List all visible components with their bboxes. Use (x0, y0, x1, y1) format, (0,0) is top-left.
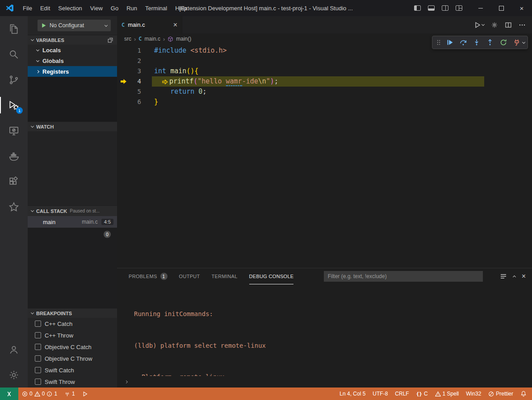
code-line-5: 5 return 0; (117, 87, 532, 97)
launch-configuration-dropdown[interactable]: No Configurat (38, 20, 111, 31)
activity-accounts[interactable] (0, 337, 28, 362)
menu-selection[interactable]: Selection (54, 0, 86, 16)
step-out-button[interactable] (484, 37, 496, 48)
step-over-button[interactable] (457, 37, 469, 48)
collapse-all-icon[interactable] (107, 37, 113, 43)
window-maximize-button[interactable] (491, 0, 511, 16)
continue-button[interactable] (444, 37, 456, 48)
window-close-button[interactable]: × (511, 0, 532, 16)
close-panel-icon[interactable]: × (522, 273, 526, 280)
activity-source-control[interactable] (0, 67, 28, 92)
notifications-status[interactable] (517, 388, 532, 400)
menu-view[interactable]: View (86, 0, 107, 16)
platform-status[interactable]: Win32 (462, 388, 485, 400)
activity-docker[interactable] (0, 143, 28, 169)
watch-section-header[interactable]: WATCH (28, 121, 117, 131)
activity-test-explorer[interactable] (0, 194, 28, 220)
line-number[interactable]: 6 (117, 97, 141, 107)
eol-status[interactable]: CRLF (391, 388, 412, 400)
remote-indicator[interactable] (0, 388, 18, 400)
line-number[interactable]: 2 (117, 56, 141, 66)
formatter-status[interactable]: Prettier (485, 388, 517, 400)
line-number[interactable]: 3 (117, 66, 141, 76)
breadcrumb-symbol[interactable]: main() (176, 36, 191, 42)
spell-checker-status[interactable]: 1 Spell (431, 388, 463, 400)
menu-edit[interactable]: Edit (36, 0, 54, 16)
toggle-sidebar-icon[interactable] (414, 5, 421, 11)
menu-terminal[interactable]: Terminal (141, 0, 171, 16)
activity-run-and-debug[interactable]: 1 (0, 92, 28, 118)
tab-main-c[interactable]: C main.c × (117, 16, 182, 33)
breakpoint-row[interactable]: Objective C Throw (28, 353, 117, 364)
breakpoint-checkbox[interactable] (35, 379, 41, 385)
tab-terminal[interactable]: TERMINAL (212, 268, 238, 284)
breakpoint-checkbox[interactable] (35, 332, 41, 338)
breakpoint-checkbox[interactable] (35, 321, 41, 327)
breadcrumb-folder[interactable]: src (124, 36, 131, 42)
activity-explorer[interactable] (0, 16, 28, 42)
breakpoint-row[interactable]: Objective C Catch (28, 341, 117, 353)
encoding-status[interactable]: UTF-8 (369, 388, 391, 400)
remote-icon (6, 391, 13, 397)
toggle-secondary-sidebar-icon[interactable] (442, 5, 448, 11)
settings-gear-icon[interactable] (491, 21, 498, 29)
activity-remote-explorer[interactable] (0, 118, 28, 143)
customize-layout-icon[interactable] (456, 5, 462, 11)
scope-globals[interactable]: Globals (28, 55, 117, 66)
line-number[interactable]: 5 (117, 87, 141, 97)
chevron-down-icon[interactable] (522, 40, 525, 43)
code-editor[interactable]: 1 #include <stdio.h> 2 3 int main(){ 4 p… (117, 44, 532, 268)
language-mode[interactable]: {} C (413, 388, 431, 400)
maximize-panel-icon[interactable] (513, 275, 516, 279)
debug-status[interactable] (79, 388, 92, 400)
breadcrumb-file[interactable]: main.c (145, 36, 160, 42)
restart-button[interactable] (498, 37, 509, 48)
toolbar-drag-handle[interactable] (435, 39, 442, 46)
debug-console-input[interactable] (117, 376, 532, 388)
debug-start-icon[interactable] (41, 23, 46, 28)
activity-search[interactable] (0, 42, 28, 67)
toggle-panel-icon[interactable] (428, 5, 435, 11)
console-filter-input[interactable] (324, 271, 483, 282)
stack-frame-row[interactable]: main main.c 4:5 (28, 216, 117, 228)
ports-status[interactable]: 1 (61, 388, 79, 400)
activity-settings[interactable] (0, 362, 28, 388)
breakpoint-row[interactable]: Swift Throw (28, 376, 117, 388)
filter-lines-icon[interactable] (500, 273, 507, 280)
call-stack-section-header[interactable]: CALL STACK Paused on st... (28, 205, 117, 216)
breakpoint-row[interactable]: C++ Throw (28, 329, 117, 341)
breakpoint-checkbox[interactable] (35, 344, 41, 350)
docker-icon (8, 150, 20, 162)
tab-problems[interactable]: PROBLEMS 1 (129, 268, 168, 284)
scope-locals[interactable]: Locals (28, 45, 117, 55)
window-minimize-button[interactable] (470, 0, 491, 16)
menu-run[interactable]: Run (122, 0, 141, 16)
braces-icon: {} (416, 391, 422, 397)
breakpoint-label: C++ Throw (45, 332, 73, 339)
breakpoint-row[interactable]: C++ Catch (28, 318, 117, 329)
line-number[interactable]: 1 (117, 46, 141, 56)
run-file-button[interactable] (474, 21, 484, 29)
cursor-position[interactable]: Ln 4, Col 5 (336, 388, 369, 400)
chevron-down-icon (105, 23, 108, 26)
breakpoint-row[interactable]: Swift Catch (28, 364, 117, 376)
variables-section-header[interactable]: VARIABLES (28, 35, 117, 45)
bottom-panel: PROBLEMS 1 OUTPUT TERMINAL DEBUG CONSOLE… (117, 268, 532, 388)
step-into-button[interactable] (471, 37, 482, 48)
activity-extensions[interactable] (0, 169, 28, 194)
more-actions-icon[interactable] (519, 21, 526, 29)
breakpoint-checkbox[interactable] (35, 355, 41, 362)
split-editor-icon[interactable] (505, 21, 512, 29)
menu-go[interactable]: Go (107, 0, 122, 16)
tab-output[interactable]: OUTPUT (179, 268, 200, 284)
scope-registers[interactable]: Registers (28, 66, 117, 77)
disconnect-button[interactable] (511, 37, 523, 48)
breakpoint-checkbox[interactable] (35, 367, 41, 373)
menu-file[interactable]: File (19, 0, 36, 16)
tab-debug-console[interactable]: DEBUG CONSOLE (249, 268, 294, 284)
problems-status[interactable]: 0 0 1 (18, 388, 61, 400)
tab-close-icon[interactable]: × (173, 21, 177, 29)
breakpoints-section-header[interactable]: BREAKPOINTS (28, 308, 117, 318)
c-file-icon: C (121, 22, 125, 28)
frame-file: main.c (82, 219, 97, 225)
